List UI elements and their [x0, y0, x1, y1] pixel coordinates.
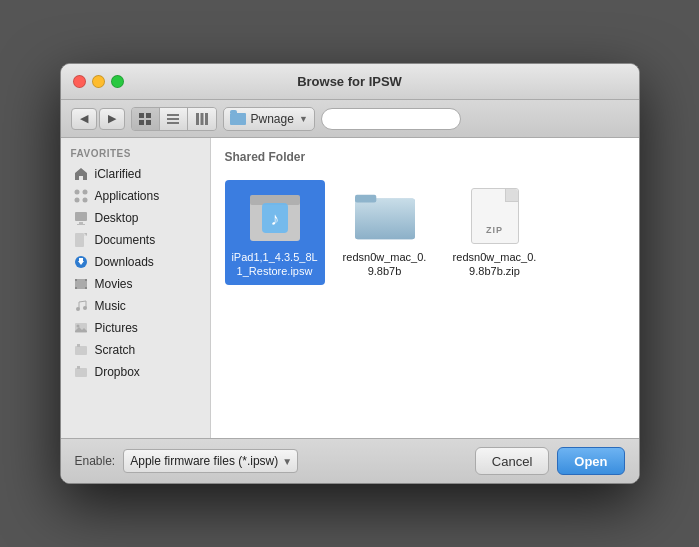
desktop-icon: [73, 210, 89, 226]
sidebar-item-documents[interactable]: Documents: [63, 229, 208, 251]
svg-rect-24: [85, 279, 87, 281]
svg-point-11: [82, 190, 87, 195]
svg-rect-0: [139, 113, 144, 118]
svg-rect-6: [167, 122, 179, 124]
sidebar-item-label: Movies: [95, 277, 133, 291]
apps-icon: [73, 188, 89, 204]
svg-text:♪: ♪: [270, 209, 279, 229]
location-dropdown[interactable]: Pwnage ▼: [223, 107, 315, 131]
search-input[interactable]: [321, 108, 461, 130]
svg-rect-2: [139, 120, 144, 125]
svg-rect-14: [75, 212, 87, 221]
view-buttons: [131, 107, 217, 131]
downloads-icon: [73, 254, 89, 270]
traffic-lights: [73, 75, 124, 88]
sidebar-item-pictures[interactable]: Pictures: [63, 317, 208, 339]
folder-file-icon: [355, 186, 415, 246]
main-content: FAVORITES iClarified Applications Deskto…: [61, 138, 639, 438]
sidebar-item-label: Documents: [95, 233, 156, 247]
sidebar-item-label: Applications: [95, 189, 160, 203]
sidebar-item-label: Dropbox: [95, 365, 140, 379]
sidebar-item-label: iClarified: [95, 167, 142, 181]
svg-rect-21: [79, 258, 83, 261]
file-grid: ♪ iPad1,1_4.3.5_8L1_Restore.ipsw: [221, 176, 629, 289]
scratch-icon: [73, 342, 89, 358]
svg-rect-25: [75, 287, 77, 289]
sidebar: FAVORITES iClarified Applications Deskto…: [61, 138, 211, 438]
open-button[interactable]: Open: [557, 447, 624, 475]
window-title: Browse for IPSW: [297, 74, 402, 89]
docs-icon: [73, 232, 89, 248]
svg-rect-32: [77, 344, 80, 347]
filter-select-wrapper: Apple firmware files (*.ipsw) All Files …: [123, 449, 298, 473]
svg-rect-41: [355, 195, 376, 203]
svg-rect-26: [85, 287, 87, 289]
sidebar-item-label: Music: [95, 299, 126, 313]
svg-point-27: [76, 307, 80, 311]
sidebar-item-movies[interactable]: Movies: [63, 273, 208, 295]
zip-file-icon: ZIP: [465, 186, 525, 246]
sidebar-item-label: Desktop: [95, 211, 139, 225]
svg-rect-17: [75, 233, 84, 247]
sidebar-item-label: Scratch: [95, 343, 136, 357]
svg-rect-16: [77, 224, 85, 225]
bottom-bar: Enable: Apple firmware files (*.ipsw) Al…: [61, 438, 639, 483]
svg-rect-4: [167, 114, 179, 116]
movies-icon: [73, 276, 89, 292]
svg-rect-15: [79, 222, 83, 224]
music-icon: [73, 298, 89, 314]
back-button[interactable]: ◀: [71, 108, 97, 130]
svg-point-30: [76, 325, 79, 328]
sidebar-item-iclarified[interactable]: iClarified: [63, 163, 208, 185]
pictures-icon: [73, 320, 89, 336]
sidebar-item-music[interactable]: Music: [63, 295, 208, 317]
chevron-down-icon: ▼: [299, 114, 308, 124]
sidebar-section-title: FAVORITES: [61, 148, 210, 163]
action-buttons: Cancel Open: [475, 447, 625, 475]
file-label-zip: redsn0w_mac_0.9.8b7b.zip: [451, 250, 539, 279]
sidebar-item-dropbox[interactable]: Dropbox: [63, 361, 208, 383]
maximize-button[interactable]: [111, 75, 124, 88]
cancel-button[interactable]: Cancel: [475, 447, 549, 475]
file-area: Shared Folder ♪: [211, 138, 639, 438]
sidebar-item-label: Downloads: [95, 255, 154, 269]
location-label: Pwnage: [251, 112, 294, 126]
browse-window: Browse for IPSW ◀ ▶ Pwnage ▼ ●̂: [60, 63, 640, 484]
svg-rect-3: [146, 120, 151, 125]
svg-point-28: [83, 306, 87, 310]
svg-point-10: [74, 190, 79, 195]
svg-rect-8: [200, 113, 203, 125]
sidebar-item-scratch[interactable]: Scratch: [63, 339, 208, 361]
file-item-folder[interactable]: redsn0w_mac_0.9.8b7b: [335, 180, 435, 285]
search-wrapper: ●̂: [321, 108, 461, 130]
minimize-button[interactable]: [92, 75, 105, 88]
toolbar: ◀ ▶ Pwnage ▼ ●̂: [61, 100, 639, 138]
forward-button[interactable]: ▶: [99, 108, 125, 130]
sidebar-item-downloads[interactable]: Downloads: [63, 251, 208, 273]
home-icon: [73, 166, 89, 182]
svg-point-12: [74, 198, 79, 203]
nav-buttons: ◀ ▶: [71, 108, 125, 130]
svg-rect-1: [146, 113, 151, 118]
svg-rect-9: [205, 113, 208, 125]
sidebar-item-desktop[interactable]: Desktop: [63, 207, 208, 229]
dropbox-icon: [73, 364, 89, 380]
filter-select[interactable]: Apple firmware files (*.ipsw) All Files: [123, 449, 298, 473]
column-view-button[interactable]: [188, 108, 216, 130]
enable-label: Enable:: [75, 454, 116, 468]
file-label-folder: redsn0w_mac_0.9.8b7b: [341, 250, 429, 279]
svg-point-13: [82, 198, 87, 203]
list-view-button[interactable]: [160, 108, 188, 130]
file-item-zip[interactable]: ZIP redsn0w_mac_0.9.8b7b.zip: [445, 180, 545, 285]
icon-view-button[interactable]: [132, 108, 160, 130]
sidebar-item-applications[interactable]: Applications: [63, 185, 208, 207]
svg-rect-31: [75, 346, 87, 355]
svg-rect-5: [167, 118, 179, 120]
svg-rect-7: [196, 113, 199, 125]
svg-rect-33: [75, 368, 87, 377]
close-button[interactable]: [73, 75, 86, 88]
svg-rect-40: [355, 199, 415, 240]
file-area-header: Shared Folder: [221, 148, 629, 166]
file-item-ipsw[interactable]: ♪ iPad1,1_4.3.5_8L1_Restore.ipsw: [225, 180, 325, 285]
file-label-ipsw: iPad1,1_4.3.5_8L1_Restore.ipsw: [231, 250, 319, 279]
